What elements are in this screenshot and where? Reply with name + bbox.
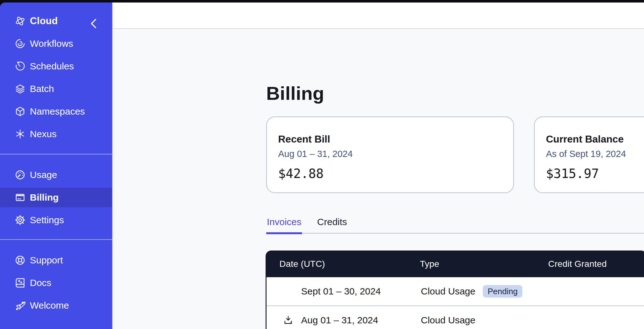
sidebar: Cloud Workflows [0, 3, 112, 329]
invoices-table: Date (UTC) Type Credit Granted Sept 01 –… [266, 251, 644, 329]
card-amount: $315.97 [546, 165, 644, 182]
billing-icon [14, 192, 26, 203]
chevron-left-icon[interactable] [89, 18, 99, 29]
top-bar [113, 3, 644, 29]
tab-invoices[interactable]: Invoices [266, 217, 302, 234]
sidebar-item-batch[interactable]: Batch [0, 79, 112, 99]
usage-icon [14, 169, 26, 181]
table-row: Sept 01 – 30, 2024 Cloud Usage Pending [267, 277, 644, 306]
sidebar-item-label: Schedules [30, 61, 74, 72]
page-title: Billing [266, 83, 324, 104]
sidebar-item-label: Workflows [30, 38, 73, 49]
sidebar-item-label: Namespaces [30, 106, 85, 117]
sidebar-item-usage[interactable]: Usage [0, 165, 112, 185]
invoice-type-cell: Cloud Usage Pending [421, 285, 549, 298]
sidebar-item-label: Welcome [30, 300, 69, 311]
invoice-type: Cloud Usage [421, 315, 475, 326]
sidebar-section-help: Support Docs Welcome [0, 239, 112, 318]
sidebar-item-label: Usage [30, 170, 57, 180]
current-balance-card: Current Balance As of Sept 19, 2024 $315… [534, 116, 644, 193]
card-title: Current Balance [546, 133, 644, 145]
batch-icon [14, 83, 26, 94]
sidebar-item-docs[interactable]: Docs [0, 273, 112, 293]
nexus-icon [14, 128, 26, 140]
workflows-icon [14, 38, 26, 49]
sidebar-item-welcome[interactable]: Welcome [0, 296, 112, 315]
invoice-date-cell: Sept 01 – 30, 2024 [280, 286, 421, 297]
card-subtitle: Aug 01 – 31, 2024 [278, 148, 501, 160]
sidebar-item-nexus[interactable]: Nexus [0, 124, 112, 144]
table-header-row: Date (UTC) Type Credit Granted [266, 251, 644, 277]
brand: Cloud [14, 15, 58, 27]
download-icon[interactable] [283, 315, 294, 326]
table-body: Sept 01 – 30, 2024 Cloud Usage Pending [266, 277, 644, 329]
billing-tabs: Invoices Credits [266, 210, 644, 234]
sidebar-section-account: Usage Billing Settings [0, 154, 112, 233]
invoice-type: Cloud Usage [421, 286, 475, 297]
sidebar-item-label: Settings [30, 215, 64, 225]
recent-bill-card: Recent Bill Aug 01 – 31, 2024 $42.88 [266, 116, 514, 193]
brand-label: Cloud [30, 15, 58, 27]
schedules-icon [14, 61, 26, 72]
sidebar-item-label: Batch [30, 84, 54, 94]
welcome-icon [14, 300, 26, 311]
sidebar-item-workflows[interactable]: Workflows [0, 34, 112, 53]
column-header-type: Type [420, 259, 548, 269]
sidebar-item-label: Support [30, 255, 63, 266]
temporal-logo-icon [14, 15, 26, 27]
main-content: Billing Recent Bill Aug 01 – 31, 2024 $4… [112, 3, 644, 329]
sidebar-item-label: Nexus [30, 129, 57, 139]
invoice-type-cell: Cloud Usage [421, 315, 549, 326]
sidebar-item-label: Billing [30, 192, 59, 203]
invoice-date: Aug 01 – 31, 2024 [301, 315, 378, 325]
sidebar-item-support[interactable]: Support [0, 251, 112, 270]
card-amount: $42.88 [278, 165, 501, 182]
table-row: Aug 01 – 31, 2024 Cloud Usage [267, 306, 644, 329]
status-badge: Pending [483, 285, 522, 298]
docs-icon [14, 277, 26, 289]
invoice-date: Sept 01 – 30, 2024 [301, 286, 381, 296]
tab-credits[interactable]: Credits [316, 217, 348, 234]
column-header-date: Date (UTC) [279, 259, 420, 269]
sidebar-item-schedules[interactable]: Schedules [0, 57, 112, 76]
namespaces-icon [14, 106, 26, 117]
sidebar-item-namespaces[interactable]: Namespaces [0, 102, 112, 121]
support-icon [14, 255, 26, 266]
sidebar-item-billing[interactable]: Billing [0, 188, 112, 207]
sidebar-item-label: Docs [30, 278, 51, 288]
column-header-credit-granted: Credit Granted [548, 259, 644, 269]
invoice-date-cell: Aug 01 – 31, 2024 [280, 315, 421, 326]
sidebar-section-platform: Workflows Schedules Batch [0, 34, 112, 147]
settings-icon [14, 214, 26, 226]
sidebar-item-settings[interactable]: Settings [0, 210, 112, 230]
card-subtitle: As of Sept 19, 2024 [546, 148, 644, 160]
card-title: Recent Bill [278, 133, 501, 145]
